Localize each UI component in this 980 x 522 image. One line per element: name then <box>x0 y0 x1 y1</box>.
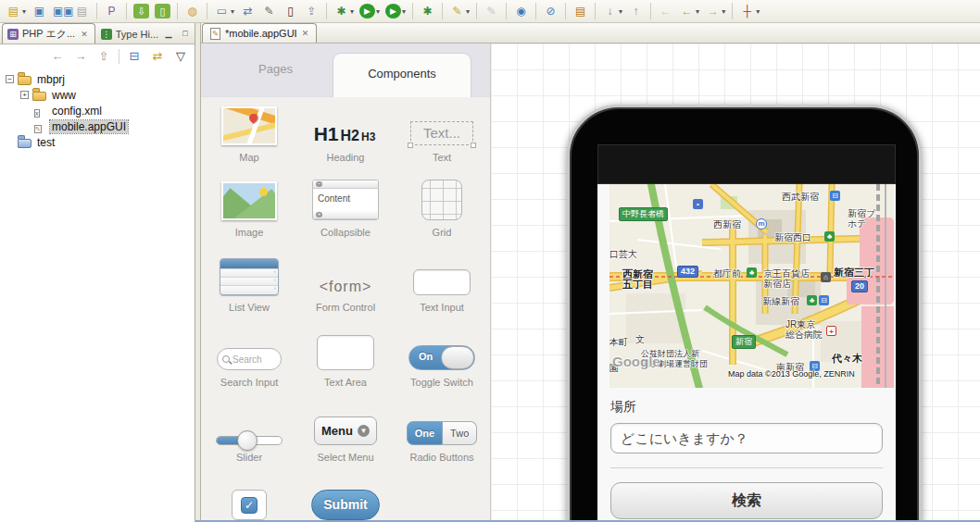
palette-item-grid[interactable]: Grid <box>394 172 490 247</box>
dropdown-arrow-icon[interactable]: ▾ <box>696 7 699 16</box>
link-with-editor-icon[interactable]: ⇄ <box>149 49 166 63</box>
palette-item-label: Collapsible <box>320 227 371 238</box>
dropdown-arrow-icon[interactable]: ▾ <box>722 7 725 16</box>
save-icon[interactable]: ▣ <box>30 2 49 21</box>
expand-icon[interactable]: + <box>20 91 29 99</box>
highlighter-icon[interactable]: ✎▾ <box>447 2 471 21</box>
toggle-mark-occurrences-icon[interactable]: ⊘ <box>541 2 560 21</box>
forward-icon[interactable]: →▾ <box>703 2 727 21</box>
debug-icon[interactable]: ✱▾ <box>332 2 356 21</box>
palette-item-selectmenu[interactable]: Menu▼Select Menu <box>297 397 394 472</box>
place-input[interactable] <box>610 423 883 454</box>
breakpoint-junction-icon[interactable]: ┼▾ <box>737 2 761 21</box>
tab-php-explorer[interactable]: ⊞ PHP エク... ✕ <box>2 23 95 44</box>
print-icon[interactable]: ▤ <box>72 2 92 21</box>
library-books-icon[interactable]: ▤ <box>571 2 590 21</box>
map-widget[interactable]: 中野長者橋•西新宿m西武新宿⊟新宿プ ホテ新宿西口♣口芸大西新宿 五丁目432都… <box>609 184 894 388</box>
tab-php-explorer-label: PHP エク... <box>22 27 75 41</box>
palette-tabs: Pages Components <box>201 44 490 97</box>
collapse-icon[interactable]: − <box>6 75 14 83</box>
appgui-editor: Pages Components MapH1H2H3HeadingText...… <box>201 44 980 522</box>
minimize-view-icon[interactable]: ▁ <box>162 27 175 39</box>
palette-item-submit[interactable]: SubmitSubmit Button <box>297 472 394 522</box>
tree-item-label[interactable]: mbprj <box>35 73 67 86</box>
tab-components[interactable]: Components <box>333 53 471 97</box>
palette-item-heading[interactable]: H1H2H3Heading <box>297 97 394 172</box>
last-edit-location-icon[interactable]: ← <box>656 2 675 21</box>
palette-item-label: Map <box>239 152 258 163</box>
synchronize-icon[interactable]: ⇄ <box>238 2 258 21</box>
editor-tab-label: *mobile.appGUI <box>225 28 297 39</box>
close-icon[interactable]: ✕ <box>81 30 88 39</box>
new-database-icon[interactable]: ◍ <box>182 2 202 21</box>
palette-item-map[interactable]: Map <box>201 97 297 172</box>
palette-item-text[interactable]: Text...Text <box>394 97 490 172</box>
export-to-device-icon[interactable]: ⇪ <box>302 2 321 21</box>
next-annotation-icon[interactable]: ↓▾ <box>600 2 624 21</box>
tab-type-hierarchy[interactable]: ⋮ Type Hi... <box>95 23 166 44</box>
palette-item-textinput[interactable]: Text Input <box>394 247 490 322</box>
tree-item-config-xml[interactable]: xconfig.xml <box>0 103 195 118</box>
palette-item-form[interactable]: <form>Form Control <box>297 247 394 322</box>
dropdown-arrow-icon[interactable]: ▾ <box>402 7 406 16</box>
tree-item-label[interactable]: mobile.appGUI <box>50 120 128 133</box>
web-debug-icon[interactable]: ✱ <box>418 2 437 21</box>
tab-mobile-appgui[interactable]: ✎ *mobile.appGUI ✕ <box>202 23 317 43</box>
tree-item-mobile-appgui[interactable]: ✎mobile.appGUI <box>0 118 195 134</box>
tree-item-test[interactable]: test <box>0 134 195 150</box>
tab-pages[interactable]: Pages <box>227 62 324 76</box>
palette-item-checkbox[interactable]: ✓Checkboxes <box>201 472 297 522</box>
checkbox-thumbnail: ✓ <box>232 490 267 520</box>
explorer-toolbar: ←→⇧⊟⇄▽ <box>0 44 195 68</box>
search-button[interactable]: 検索 <box>610 482 883 519</box>
palette-item-collapsible[interactable]: −Content+Collapsible <box>297 172 394 247</box>
dropdown-arrow-icon[interactable]: ▾ <box>231 7 234 16</box>
dropdown-arrow-icon[interactable]: ▾ <box>350 7 354 16</box>
run-icon[interactable]: ▶▾ <box>358 2 382 21</box>
dropdown-arrow-icon[interactable]: ▾ <box>376 7 380 16</box>
maximize-view-icon[interactable]: □ <box>179 27 192 39</box>
open-folder-icon[interactable]: ▭▾ <box>212 2 236 21</box>
textarea-thumbnail <box>317 335 374 370</box>
map-label: 西新宿 <box>713 219 741 230</box>
save-all-icon[interactable]: ▣▣ <box>51 2 70 21</box>
dropdown-arrow-icon[interactable]: ▾ <box>619 7 622 16</box>
tree-item-mbprj[interactable]: −mbprj <box>0 71 195 87</box>
tree-item-label[interactable]: www <box>50 89 78 102</box>
android-device-icon[interactable]: ▯ <box>153 2 172 21</box>
design-canvas[interactable]: 中野長者橋•西新宿m西武新宿⊟新宿プ ホテ新宿西口♣口芸大西新宿 五丁目432都… <box>491 44 980 522</box>
previous-annotation-icon[interactable]: ↑ <box>626 2 646 21</box>
run-history-icon[interactable]: ▶▾ <box>383 2 408 21</box>
device-preview-icon[interactable]: ▯ <box>281 2 300 21</box>
tree-item-www[interactable]: +www <box>0 87 195 103</box>
dropdown-arrow-icon[interactable]: ▾ <box>466 7 470 16</box>
web-browser-icon[interactable]: ◉ <box>511 2 531 21</box>
searchinput-thumbnail: Search <box>217 348 282 370</box>
tree-item-label[interactable]: config.xml <box>50 105 104 118</box>
back-icon[interactable]: ← <box>49 49 66 63</box>
palette-item-image[interactable]: Image <box>201 172 297 247</box>
dropdown-arrow-icon[interactable]: ▾ <box>756 7 760 16</box>
collapse-all-icon[interactable]: ⊟ <box>126 49 143 63</box>
palette-item-label: Select Menu <box>317 452 373 463</box>
toolbar-separator <box>126 3 127 19</box>
palette-item-radio[interactable]: OneTwoRadio Buttons <box>394 397 490 472</box>
up-icon[interactable]: ⇧ <box>95 49 112 63</box>
close-icon[interactable]: ✕ <box>302 29 309 38</box>
format-disabled-icon[interactable]: ✎ <box>482 2 501 21</box>
back-icon[interactable]: ←▾ <box>677 2 701 21</box>
new-php-file-icon[interactable]: P <box>102 2 121 21</box>
tree-item-label[interactable]: test <box>35 136 57 149</box>
palette-item-searchinput[interactable]: SearchSearch Input <box>201 322 297 397</box>
palette-item-toggle[interactable]: OnToggle Switch <box>394 322 490 397</box>
palette-item-slider[interactable]: Slider <box>201 397 297 472</box>
forward-icon[interactable]: → <box>72 49 89 63</box>
view-menu-icon[interactable]: ▽ <box>172 49 189 63</box>
edit-gui-icon[interactable]: ✎ <box>259 2 279 21</box>
android-install-icon[interactable]: ⇩ <box>132 2 151 21</box>
palette-item-listview[interactable]: List View <box>201 247 297 322</box>
palette-item-textarea[interactable]: Text Area <box>297 322 394 397</box>
map-attribution: Map data ©2013 Google, ZENRIN <box>728 369 855 379</box>
dropdown-arrow-icon[interactable]: ▾ <box>22 7 26 16</box>
new-wizard-icon[interactable]: ▤▾ <box>4 2 28 21</box>
